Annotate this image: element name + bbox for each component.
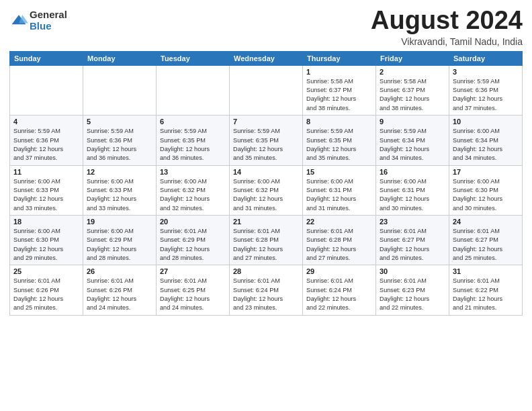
col-thursday: Thursday [303,51,376,65]
calendar-cell-r4-c2: 27Sunrise: 6:01 AM Sunset: 6:25 PM Dayli… [157,265,230,315]
day-number: 17 [453,168,519,176]
day-info: Sunrise: 5:59 AM Sunset: 6:34 PM Dayligh… [380,127,445,163]
calendar-header-row: Sunday Monday Tuesday Wednesday Thursday… [10,51,523,65]
calendar-cell-r2-c0: 11Sunrise: 6:00 AM Sunset: 6:33 PM Dayli… [10,165,83,215]
day-number: 18 [13,218,79,226]
day-info: Sunrise: 6:00 AM Sunset: 6:30 PM Dayligh… [13,227,79,263]
day-info: Sunrise: 5:59 AM Sunset: 6:36 PM Dayligh… [13,127,79,163]
day-info: Sunrise: 5:58 AM Sunset: 6:37 PM Dayligh… [380,77,445,113]
calendar-row-4: 25Sunrise: 6:01 AM Sunset: 6:26 PM Dayli… [10,265,523,315]
location-subtitle: Vikravandi, Tamil Nadu, India [371,36,523,47]
day-number: 21 [233,218,299,226]
calendar-cell-r3-c0: 18Sunrise: 6:00 AM Sunset: 6:30 PM Dayli… [10,215,83,265]
day-number: 4 [13,118,79,126]
day-info: Sunrise: 6:01 AM Sunset: 6:24 PM Dayligh… [233,277,299,312]
calendar-cell-r2-c3: 14Sunrise: 6:00 AM Sunset: 6:32 PM Dayli… [230,165,303,215]
day-info: Sunrise: 6:01 AM Sunset: 6:28 PM Dayligh… [233,227,299,263]
calendar-cell-r3-c2: 20Sunrise: 6:01 AM Sunset: 6:29 PM Dayli… [157,215,230,265]
calendar-cell-r2-c6: 17Sunrise: 6:00 AM Sunset: 6:30 PM Dayli… [449,165,523,215]
logo: General Blue [9,9,67,32]
col-wednesday: Wednesday [230,51,303,65]
day-info: Sunrise: 6:01 AM Sunset: 6:26 PM Dayligh… [87,277,152,312]
day-info: Sunrise: 5:59 AM Sunset: 6:35 PM Dayligh… [233,127,299,163]
title-block: August 2024 Vikravandi, Tamil Nadu, Indi… [371,7,523,47]
day-info: Sunrise: 6:01 AM Sunset: 6:27 PM Dayligh… [453,227,519,263]
day-info: Sunrise: 5:59 AM Sunset: 6:35 PM Dayligh… [160,127,226,163]
logo-blue: Blue [30,21,67,32]
day-info: Sunrise: 6:00 AM Sunset: 6:32 PM Dayligh… [233,177,299,213]
day-number: 26 [87,267,152,275]
calendar-row-2: 11Sunrise: 6:00 AM Sunset: 6:33 PM Dayli… [10,165,523,215]
calendar-cell-r4-c1: 26Sunrise: 6:01 AM Sunset: 6:26 PM Dayli… [83,265,157,315]
day-number: 13 [160,168,226,176]
day-number: 6 [160,118,226,126]
day-number: 2 [380,68,445,76]
day-number: 5 [87,118,152,126]
calendar-cell-r2-c1: 12Sunrise: 6:00 AM Sunset: 6:33 PM Dayli… [83,165,157,215]
day-number: 9 [380,118,445,126]
day-number: 14 [233,168,299,176]
calendar-cell-r3-c6: 24Sunrise: 6:01 AM Sunset: 6:27 PM Dayli… [449,215,523,265]
day-number: 1 [306,68,372,76]
day-number: 20 [160,218,226,226]
calendar-cell-r2-c5: 16Sunrise: 6:00 AM Sunset: 6:31 PM Dayli… [376,165,449,215]
day-info: Sunrise: 6:00 AM Sunset: 6:30 PM Dayligh… [453,177,519,213]
day-number: 27 [160,267,226,275]
generalblue-logo-icon [9,11,28,30]
calendar-cell-r0-c0 [10,65,83,115]
calendar-cell-r1-c3: 7Sunrise: 5:59 AM Sunset: 6:35 PM Daylig… [230,116,303,165]
calendar-cell-r1-c4: 8Sunrise: 5:59 AM Sunset: 6:35 PM Daylig… [303,116,376,165]
day-info: Sunrise: 5:59 AM Sunset: 6:35 PM Dayligh… [306,127,372,163]
calendar-row-1: 4Sunrise: 5:59 AM Sunset: 6:36 PM Daylig… [10,116,523,165]
col-tuesday: Tuesday [157,51,230,65]
calendar-row-3: 18Sunrise: 6:00 AM Sunset: 6:30 PM Dayli… [10,215,523,265]
day-number: 7 [233,118,299,126]
calendar-cell-r1-c6: 10Sunrise: 6:00 AM Sunset: 6:34 PM Dayli… [449,116,523,165]
day-info: Sunrise: 6:01 AM Sunset: 6:22 PM Dayligh… [453,277,519,312]
day-number: 3 [453,68,519,76]
day-info: Sunrise: 6:00 AM Sunset: 6:29 PM Dayligh… [87,227,152,263]
day-number: 30 [380,267,445,275]
calendar-cell-r2-c4: 15Sunrise: 6:00 AM Sunset: 6:31 PM Dayli… [303,165,376,215]
day-info: Sunrise: 6:00 AM Sunset: 6:31 PM Dayligh… [380,177,445,213]
calendar-cell-r3-c5: 23Sunrise: 6:01 AM Sunset: 6:27 PM Dayli… [376,215,449,265]
page: General Blue August 2024 Vikravandi, Tam… [0,0,532,411]
calendar-cell-r0-c4: 1Sunrise: 5:58 AM Sunset: 6:37 PM Daylig… [303,65,376,115]
calendar-cell-r3-c4: 22Sunrise: 6:01 AM Sunset: 6:28 PM Dayli… [303,215,376,265]
calendar-cell-r0-c6: 3Sunrise: 5:59 AM Sunset: 6:36 PM Daylig… [449,65,523,115]
calendar-cell-r4-c6: 31Sunrise: 6:01 AM Sunset: 6:22 PM Dayli… [449,265,523,315]
day-info: Sunrise: 6:01 AM Sunset: 6:24 PM Dayligh… [306,277,372,312]
calendar-cell-r3-c1: 19Sunrise: 6:00 AM Sunset: 6:29 PM Dayli… [83,215,157,265]
day-info: Sunrise: 5:59 AM Sunset: 6:36 PM Dayligh… [87,127,152,163]
day-info: Sunrise: 5:59 AM Sunset: 6:36 PM Dayligh… [453,77,519,113]
logo-text: General Blue [30,9,67,32]
day-info: Sunrise: 6:00 AM Sunset: 6:32 PM Dayligh… [160,177,226,213]
day-number: 11 [13,168,79,176]
col-monday: Monday [83,51,157,65]
calendar-cell-r0-c3 [230,65,303,115]
calendar-cell-r4-c5: 30Sunrise: 6:01 AM Sunset: 6:23 PM Dayli… [376,265,449,315]
day-info: Sunrise: 6:00 AM Sunset: 6:34 PM Dayligh… [453,127,519,163]
day-number: 15 [306,168,372,176]
calendar-cell-r1-c1: 5Sunrise: 5:59 AM Sunset: 6:36 PM Daylig… [83,116,157,165]
day-number: 28 [233,267,299,275]
day-number: 16 [380,168,445,176]
calendar-table: Sunday Monday Tuesday Wednesday Thursday… [9,51,523,316]
day-number: 22 [306,218,372,226]
day-number: 8 [306,118,372,126]
col-sunday: Sunday [10,51,83,65]
calendar-cell-r1-c5: 9Sunrise: 5:59 AM Sunset: 6:34 PM Daylig… [376,116,449,165]
calendar-cell-r0-c1 [83,65,157,115]
col-saturday: Saturday [449,51,523,65]
col-friday: Friday [376,51,449,65]
day-info: Sunrise: 6:01 AM Sunset: 6:26 PM Dayligh… [13,277,79,312]
day-number: 31 [453,267,519,275]
day-number: 24 [453,218,519,226]
day-info: Sunrise: 6:00 AM Sunset: 6:31 PM Dayligh… [306,177,372,213]
calendar-row-0: 1Sunrise: 5:58 AM Sunset: 6:37 PM Daylig… [10,65,523,115]
logo-general: General [30,9,67,21]
day-info: Sunrise: 6:01 AM Sunset: 6:29 PM Dayligh… [160,227,226,263]
header: General Blue August 2024 Vikravandi, Tam… [9,7,523,47]
day-info: Sunrise: 5:58 AM Sunset: 6:37 PM Dayligh… [306,77,372,113]
calendar-cell-r4-c3: 28Sunrise: 6:01 AM Sunset: 6:24 PM Dayli… [230,265,303,315]
